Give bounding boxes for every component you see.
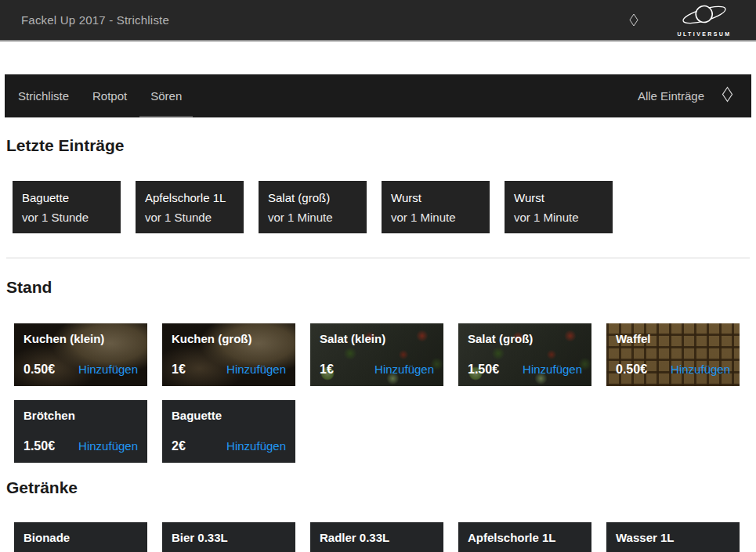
navbar: Fackel Up 2017 - Strichliste ULTIVERSUM bbox=[0, 0, 756, 41]
hinzufuegen-button[interactable]: Hinzufügen bbox=[523, 363, 582, 376]
product-name: Kuchen (klein) bbox=[24, 332, 138, 345]
product-price: 0.50€ bbox=[24, 363, 55, 377]
main-content: Letzte Einträge Baguette vor 1 Stunde Ap… bbox=[0, 136, 756, 552]
navbar-right: ULTIVERSUM bbox=[629, 3, 739, 37]
product-price: 2€ bbox=[172, 439, 186, 453]
stand-product-grid: Kuchen (klein) 0.50€ Hinzufügen Kuchen (… bbox=[14, 323, 751, 463]
entry-name: Salat (groß) bbox=[268, 188, 357, 207]
product-price: 1.50€ bbox=[24, 439, 55, 453]
hinzufuegen-button[interactable]: Hinzufügen bbox=[226, 439, 286, 453]
product-name: Kuchen (groß) bbox=[172, 332, 286, 345]
product-name: Apfelschorle 1L bbox=[468, 531, 582, 544]
entry-name: Baguette bbox=[22, 188, 111, 207]
diamond-icon[interactable] bbox=[629, 13, 638, 27]
logo-text: ULTIVERSUM bbox=[678, 31, 732, 37]
hinzufuegen-button[interactable]: Hinzufügen bbox=[78, 439, 138, 453]
entry-name: Wurst bbox=[391, 188, 480, 207]
product-card-kuchen-klein[interactable]: Kuchen (klein) 0.50€ Hinzufügen bbox=[14, 323, 147, 386]
hinzufuegen-button[interactable]: Hinzufügen bbox=[78, 363, 138, 376]
recent-entry-card: Wurst vor 1 Minute bbox=[382, 181, 490, 233]
product-card-bier[interactable]: Bier 0.33L bbox=[162, 522, 295, 552]
hinzufuegen-button[interactable]: Hinzufügen bbox=[671, 363, 730, 376]
recent-entries-list: Baguette vor 1 Stunde Apfelschorle 1L vo… bbox=[13, 181, 750, 233]
product-card-kuchen-gross[interactable]: Kuchen (groß) 1€ Hinzufügen bbox=[162, 323, 295, 386]
entry-time: vor 1 Minute bbox=[391, 207, 480, 227]
recent-entry-card: Salat (groß) vor 1 Minute bbox=[259, 181, 367, 233]
entry-time: vor 1 Stunde bbox=[145, 207, 234, 227]
product-card-bionade[interactable]: Bionade bbox=[14, 522, 147, 552]
section-title-stand: Stand bbox=[6, 278, 750, 297]
product-name: Salat (klein) bbox=[320, 332, 434, 345]
product-card-salat-klein[interactable]: Salat (klein) 1€ Hinzufügen bbox=[310, 323, 443, 386]
all-entries-link[interactable]: Alle Einträge bbox=[638, 89, 704, 103]
product-price: 1€ bbox=[320, 363, 334, 377]
product-name: Waffel bbox=[616, 332, 730, 345]
diamond-icon[interactable] bbox=[722, 86, 733, 106]
tab-rotpot[interactable]: Rotpot bbox=[92, 74, 127, 117]
tab-soeren[interactable]: Sören bbox=[150, 74, 182, 117]
product-card-apfelschorle[interactable]: Apfelschorle 1L bbox=[458, 522, 591, 552]
product-price: 0.50€ bbox=[616, 363, 647, 377]
drinks-product-grid: Bionade Bier 0.33L Radler 0.33L Apfelsch… bbox=[14, 522, 751, 552]
product-name: Salat (groß) bbox=[468, 332, 582, 345]
entry-name: Wurst bbox=[514, 188, 603, 207]
recent-entry-card: Apfelschorle 1L vor 1 Stunde bbox=[136, 181, 244, 233]
product-card-broetchen[interactable]: Brötchen 1.50€ Hinzufügen bbox=[14, 400, 147, 463]
entry-time: vor 1 Minute bbox=[514, 207, 603, 227]
product-card-wasser[interactable]: Wasser 1L bbox=[606, 522, 740, 552]
product-card-waffel[interactable]: Waffel 0.50€ Hinzufügen bbox=[606, 323, 740, 386]
product-card-baguette[interactable]: Baguette 2€ Hinzufügen bbox=[162, 400, 295, 463]
tabbar: Strichliste Rotpot Sören Alle Einträge bbox=[5, 74, 751, 117]
product-card-radler[interactable]: Radler 0.33L bbox=[310, 522, 443, 552]
app-title: Fackel Up 2017 - Strichliste bbox=[21, 13, 169, 27]
entry-time: vor 1 Minute bbox=[268, 207, 357, 227]
product-price: 1€ bbox=[172, 363, 186, 377]
tab-strichliste[interactable]: Strichliste bbox=[18, 74, 69, 117]
entry-name: Apfelschorle 1L bbox=[145, 188, 234, 207]
section-divider bbox=[6, 258, 750, 258]
product-name: Bier 0.33L bbox=[172, 531, 286, 544]
hinzufuegen-button[interactable]: Hinzufügen bbox=[374, 363, 434, 376]
product-name: Wasser 1L bbox=[616, 531, 730, 544]
ultiversum-logo: ULTIVERSUM bbox=[670, 3, 739, 37]
product-price: 1.50€ bbox=[468, 363, 499, 377]
product-card-salat-gross[interactable]: Salat (groß) 1.50€ Hinzufügen bbox=[458, 323, 591, 386]
product-name: Radler 0.33L bbox=[320, 531, 434, 544]
section-title-recent: Letzte Einträge bbox=[6, 136, 750, 155]
recent-entry-card: Baguette vor 1 Stunde bbox=[13, 181, 121, 233]
hinzufuegen-button[interactable]: Hinzufügen bbox=[226, 363, 286, 376]
product-name: Brötchen bbox=[24, 409, 138, 422]
product-name: Bionade bbox=[24, 531, 138, 544]
product-name: Baguette bbox=[172, 409, 286, 422]
entry-time: vor 1 Stunde bbox=[22, 207, 111, 227]
section-title-getraenke: Getränke bbox=[6, 478, 750, 497]
planet-icon bbox=[680, 3, 729, 30]
recent-entry-card: Wurst vor 1 Minute bbox=[505, 181, 613, 233]
tabbar-right: Alle Einträge bbox=[638, 74, 733, 117]
